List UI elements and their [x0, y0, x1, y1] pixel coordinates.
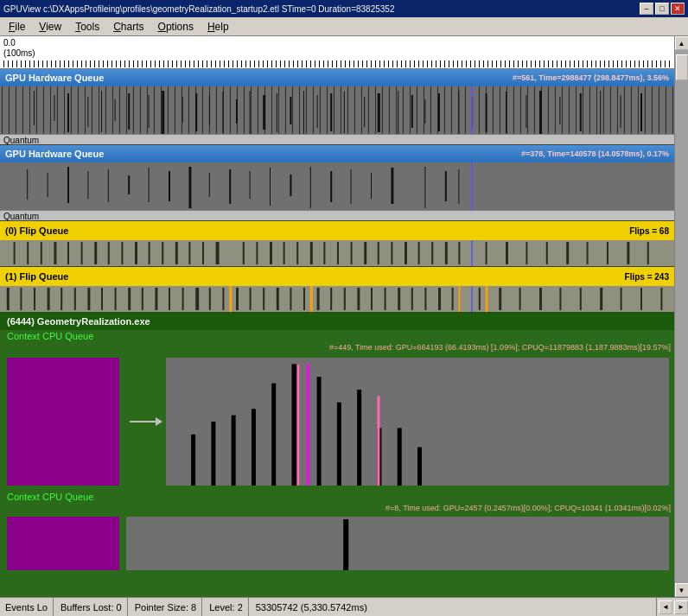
- gpu-queue-1-title: GPU Hardware Queue: [5, 73, 104, 83]
- vertical-scrollbar[interactable]: ▲ ▼: [674, 36, 688, 597]
- svg-rect-85: [310, 242, 313, 264]
- ruler-ticks: [3, 60, 671, 67]
- svg-rect-38: [640, 93, 642, 131]
- gpu-queue-1-chart[interactable]: [0, 86, 674, 134]
- svg-rect-78: [202, 242, 204, 264]
- maximize-button[interactable]: □: [655, 3, 669, 15]
- menu-options[interactable]: Options: [151, 19, 201, 35]
- svg-rect-5: [115, 99, 116, 121]
- scroll-track[interactable]: [675, 50, 688, 583]
- flip-queue-1-stats: Flips = 243: [625, 272, 669, 282]
- svg-rect-99: [526, 242, 527, 264]
- app-title: GPUView c:\DXAppsProfileing\profiles\geo…: [3, 4, 394, 14]
- svg-rect-154: [458, 286, 460, 312]
- svg-rect-168: [307, 364, 309, 486]
- svg-rect-28: [458, 91, 459, 134]
- svg-rect-102: [587, 242, 589, 264]
- svg-rect-172: [343, 519, 348, 570]
- svg-rect-53: [290, 175, 291, 196]
- process-histogram[interactable]: [166, 358, 669, 486]
- gpu-queue-2-quantum-label: Quantum: [0, 212, 39, 221]
- minimize-button[interactable]: –: [640, 3, 653, 15]
- gpu-queue-1-section: GPU Hardware Queue #=561, Time=2988477 (…: [0, 69, 674, 145]
- svg-rect-33: [539, 91, 542, 134]
- svg-rect-171: [417, 448, 422, 486]
- svg-rect-143: [499, 288, 501, 310]
- svg-rect-140: [438, 288, 441, 310]
- purple-block-1: [7, 358, 119, 486]
- svg-rect-68: [67, 242, 69, 264]
- menu-view[interactable]: View: [32, 19, 68, 35]
- svg-rect-103: [607, 242, 608, 264]
- svg-rect-136: [385, 288, 386, 310]
- svg-rect-155: [486, 286, 488, 312]
- svg-rect-34: [559, 97, 560, 124]
- svg-rect-134: [357, 288, 360, 310]
- svg-rect-132: [330, 288, 332, 310]
- process-section: (6444) GeometryRealization.exe Context C…: [0, 313, 674, 597]
- svg-rect-40: [27, 169, 28, 200]
- svg-rect-117: [128, 288, 131, 310]
- svg-rect-110: [34, 288, 35, 310]
- status-scroll-left[interactable]: ◄: [659, 600, 672, 614]
- svg-rect-83: [283, 242, 285, 264]
- svg-rect-129: [290, 288, 291, 310]
- svg-rect-55: [330, 171, 332, 202]
- scroll-thumb[interactable]: [676, 54, 688, 80]
- svg-rect-90: [378, 242, 379, 264]
- context2-chart[interactable]: [126, 517, 669, 570]
- svg-rect-127: [263, 288, 264, 310]
- gpu-queue-2-chart[interactable]: [0, 162, 674, 210]
- svg-rect-58: [391, 168, 393, 204]
- svg-rect-130: [303, 288, 305, 310]
- status-buffers: Buffers Lost: 0: [55, 598, 128, 616]
- svg-rect-2: [67, 93, 69, 132]
- svg-rect-148: [600, 288, 602, 310]
- svg-rect-96: [458, 242, 460, 264]
- status-level: Level: 2: [204, 598, 249, 616]
- flip-queue-1-chart[interactable]: [0, 286, 674, 312]
- status-time: 53305742 (5,330.5742ms): [251, 598, 657, 616]
- svg-rect-50: [229, 169, 231, 204]
- svg-rect-163: [317, 377, 322, 486]
- svg-rect-139: [424, 288, 426, 310]
- menu-charts[interactable]: Charts: [106, 19, 150, 35]
- scroll-down-button[interactable]: ▼: [675, 583, 689, 597]
- menu-tools[interactable]: Tools: [68, 19, 106, 35]
- svg-rect-151: [660, 288, 662, 310]
- svg-rect-141: [452, 288, 454, 310]
- svg-rect-71: [108, 242, 110, 264]
- svg-rect-56: [351, 169, 352, 204]
- svg-rect-138: [411, 288, 413, 310]
- context2-section: Context CPU Queue #=8, Time used: GPU=24…: [0, 491, 674, 577]
- svg-rect-43: [87, 171, 88, 199]
- menu-help[interactable]: Help: [201, 19, 236, 35]
- gpu-queue-2-section: GPU Hardware Queue #=378, Time=140578 (1…: [0, 145, 674, 221]
- process-content: [0, 352, 674, 491]
- scroll-up-button[interactable]: ▲: [675, 36, 689, 50]
- svg-rect-4: [101, 91, 102, 132]
- svg-rect-46: [149, 168, 150, 202]
- svg-rect-105: [647, 242, 649, 264]
- svg-rect-73: [135, 242, 137, 264]
- svg-rect-7: [149, 95, 150, 128]
- ruler: 0.0 (100ms): [0, 36, 674, 69]
- svg-rect-167: [296, 364, 299, 486]
- menu-file[interactable]: File: [2, 19, 32, 35]
- svg-rect-65: [27, 242, 29, 264]
- svg-rect-81: [256, 242, 258, 264]
- status-scroll-right[interactable]: ►: [674, 600, 688, 614]
- scroll-area[interactable]: 0.0 (100ms) GPU Hardware Queue #=561, Ti…: [0, 36, 674, 597]
- svg-rect-170: [398, 428, 402, 486]
- svg-rect-60: [445, 171, 447, 201]
- gpu-queue-1-quantum: Quantum: [0, 134, 674, 144]
- flip-queue-0-chart[interactable]: [0, 240, 674, 266]
- close-button[interactable]: ✕: [671, 3, 685, 15]
- svg-rect-86: [323, 242, 325, 264]
- svg-rect-82: [270, 242, 272, 264]
- svg-rect-122: [195, 288, 199, 310]
- svg-rect-36: [600, 91, 601, 134]
- process-title: (6444) GeometryRealization.exe: [3, 314, 154, 328]
- main-content: 0.0 (100ms) GPU Hardware Queue #=561, Ti…: [0, 36, 688, 597]
- gpu-queue-2-stats: #=378, Time=140578 (14.0578ms), 0.17%: [521, 149, 669, 158]
